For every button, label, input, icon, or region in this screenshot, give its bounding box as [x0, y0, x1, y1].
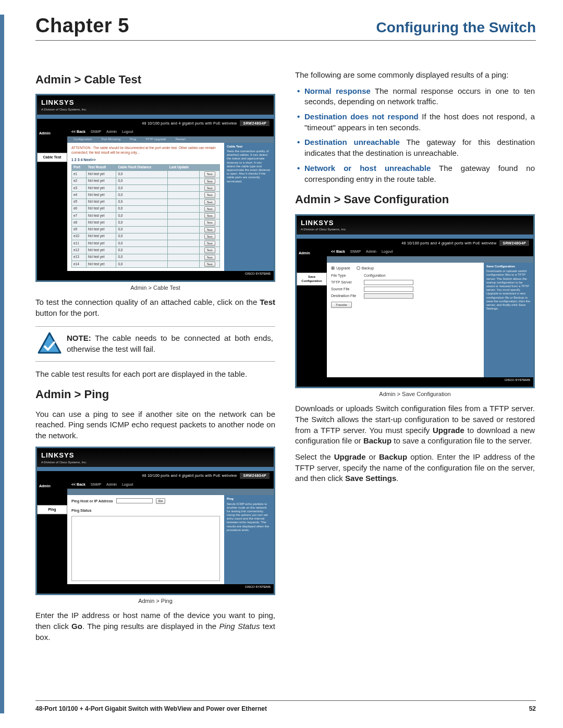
test-button[interactable]: Test — [204, 227, 215, 232]
svg-marker-0 — [39, 333, 60, 353]
side-tab-ping[interactable]: Ping — [37, 505, 67, 514]
table-row: e4fdd test yet0,0Test — [72, 192, 220, 199]
test-button[interactable]: Test — [204, 186, 215, 191]
screenshot-save-config: LINKSYSA Division of Cisco Systems, Inc.… — [295, 214, 535, 389]
caption-cable: Admin > Cable Test — [35, 284, 275, 292]
test-button[interactable]: Test — [204, 241, 215, 246]
test-button[interactable]: Test — [204, 179, 215, 184]
screenshot-cable-test: LINKSYSA Division of Cisco Systems, Inc.… — [35, 94, 275, 282]
page-header: Chapter 5 Configuring the Switch — [35, 15, 536, 41]
side-tab-cable[interactable]: Cable Test — [37, 153, 67, 162]
para-ping-2: Enter the IP address or host name of the… — [35, 610, 275, 643]
test-button[interactable]: Test — [204, 248, 215, 253]
chapter-label: Chapter 5 — [35, 15, 129, 37]
ping-results-list: Normal response The normal response occu… — [295, 86, 535, 185]
test-button[interactable]: Test — [204, 234, 215, 239]
section-ping: Admin > Ping — [35, 387, 275, 402]
side-tab-save[interactable]: Save Configuration — [297, 273, 327, 286]
table-row: e5fdd test yet0,0Test — [72, 199, 220, 205]
table-row: e1fdd test yet0,0Test — [72, 171, 220, 178]
dest-file-input[interactable] — [364, 293, 413, 299]
section-save-config: Admin > Save Configuration — [295, 192, 535, 207]
table-row: e8fdd test yet0,0Test — [72, 219, 220, 226]
test-button[interactable]: Test — [204, 220, 215, 225]
brand-bar: LINKSYSA Division of Cisco Systems, Inc. — [37, 95, 274, 114]
test-button[interactable]: Test — [204, 255, 215, 260]
section-cable-test: Admin > Cable Test — [35, 72, 275, 88]
para-cable-1: To test the connection quality of an att… — [35, 297, 275, 318]
transfer-button[interactable]: Transfer — [331, 302, 352, 308]
go-button[interactable]: Go — [156, 498, 165, 503]
note-icon — [38, 332, 62, 356]
source-file-input[interactable] — [364, 287, 413, 292]
para-intro: The following are some commonly displaye… — [295, 70, 535, 81]
table-row: e7fdd test yet0,0Test — [72, 213, 220, 219]
ping-input[interactable] — [116, 498, 153, 503]
table-row: e2fdd test yet0,0Test — [72, 178, 220, 184]
page-number: 52 — [529, 705, 536, 712]
table-row: e3fdd test yet0,0Test — [72, 184, 220, 191]
table-row: e13fdd test yet0,0Test — [72, 254, 220, 261]
cable-table: PortTest ResultCable Fault DistanceLast … — [71, 164, 220, 268]
para-cable-2: The cable test results for each port are… — [35, 369, 275, 380]
test-button[interactable]: Test — [204, 213, 215, 218]
test-button[interactable]: Test — [204, 206, 215, 212]
table-row: e12fdd test yet0,0Test — [72, 247, 220, 254]
page-footer: 48-Port 10/100 + 4-Port Gigabit Switch w… — [35, 700, 536, 712]
para-ping-1: You can use a ping to see if another sit… — [35, 409, 275, 441]
header-title: Configuring the Switch — [376, 19, 536, 36]
note-box: NOTE: The cable needs to be connected at… — [35, 326, 275, 362]
test-button[interactable]: Test — [204, 171, 215, 177]
table-row: e11fdd test yet0,0Test — [72, 240, 220, 247]
table-row: e9fdd test yet0,0Test — [72, 226, 220, 233]
radio-upgrade[interactable]: Upgrade — [331, 266, 350, 271]
side-stripe — [0, 15, 4, 713]
radio-backup[interactable]: Backup — [357, 266, 374, 271]
top-nav[interactable]: << BackSNMPAdminLogout — [67, 128, 274, 137]
test-button[interactable]: Test — [204, 262, 215, 267]
ping-status-box — [71, 516, 220, 581]
footer-title: 48-Port 10/100 + 4-Port Gigabit Switch w… — [35, 705, 267, 712]
right-column: The following are some commonly displaye… — [295, 65, 535, 648]
table-row: e10fdd test yet0,0Test — [72, 233, 220, 240]
caption-save: Admin > Save Configuration — [295, 390, 535, 398]
screenshot-ping: LINKSYSA Division of Cisco Systems, Inc.… — [35, 447, 275, 595]
ping-label: Ping Host or IP Address — [71, 499, 113, 504]
para-save-2: Select the Upgrade or Backup option. Ent… — [295, 452, 535, 484]
table-row: e6fdd test yet0,0Test — [72, 205, 220, 212]
test-button[interactable]: Test — [204, 200, 215, 205]
caption-ping: Admin > Ping — [35, 597, 275, 605]
table-row: e14fdd test yet0,0Test — [72, 261, 220, 267]
para-save-1: Downloads or uploads Switch configuratio… — [295, 403, 535, 447]
tftp-server-input[interactable] — [364, 280, 413, 285]
left-column: Admin > Cable Test LINKSYSA Division of … — [35, 65, 275, 648]
test-button[interactable]: Test — [204, 192, 215, 198]
